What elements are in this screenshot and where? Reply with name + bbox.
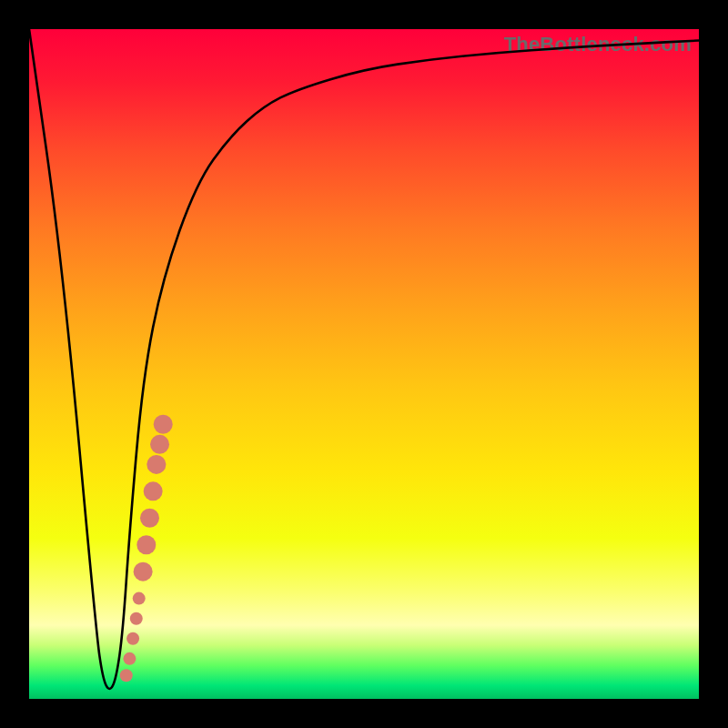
chart-svg	[29, 29, 699, 699]
marker-dot	[130, 612, 143, 625]
chart-frame: TheBottleneck.com	[0, 0, 728, 728]
marker-dot	[120, 669, 133, 682]
marker-dot	[140, 509, 159, 528]
marker-dot	[126, 632, 139, 645]
marker-dot	[134, 562, 153, 581]
marker-dot	[150, 435, 169, 454]
marker-dot	[147, 455, 166, 474]
bottleneck-curve	[29, 29, 699, 689]
marker-dot	[136, 535, 156, 554]
marker-dot	[144, 481, 163, 500]
plot-area: TheBottleneck.com	[29, 29, 699, 699]
marker-dot	[133, 592, 146, 605]
marker-dot	[154, 415, 173, 434]
marker-dot	[123, 652, 136, 665]
